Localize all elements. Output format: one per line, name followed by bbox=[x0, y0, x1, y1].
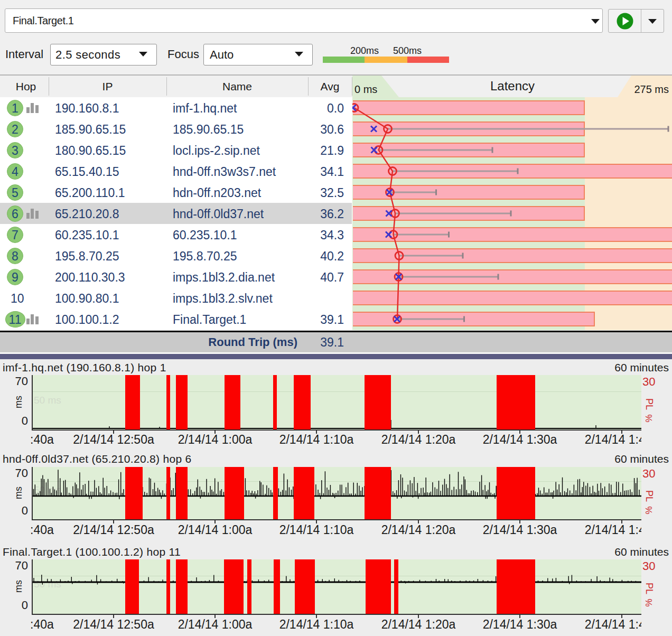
svg-text:Latency: Latency bbox=[490, 79, 535, 93]
svg-text:50 ms: 50 ms bbox=[34, 395, 61, 406]
svg-text:0 ms: 0 ms bbox=[354, 83, 377, 95]
svg-text:275 ms: 275 ms bbox=[634, 83, 669, 95]
